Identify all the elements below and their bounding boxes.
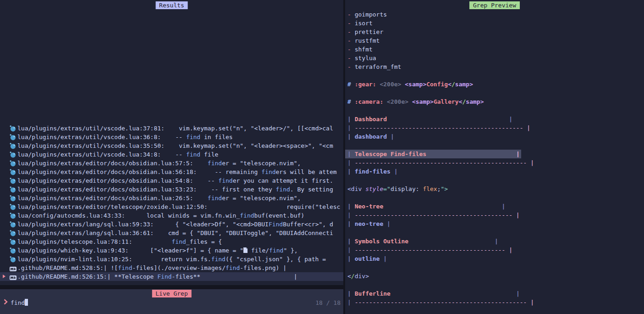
preview-line: | --------------------------------------… <box>345 246 644 254</box>
preview-line <box>345 89 644 97</box>
preview-line: - terraform_fmt <box>345 62 644 71</box>
result-row[interactable]: lua/plugins/extras/util/vscode.lua:36:8:… <box>0 133 343 141</box>
lua-icon <box>10 239 17 245</box>
result-file-path: lua/plugins/extras/util/vscode.lua:36:8: <box>17 134 161 140</box>
preview-line: # :gear: <200e> <samp>Config</samp> <box>345 80 644 89</box>
preview-line <box>345 106 644 115</box>
preview-line: </div> <box>345 272 644 280</box>
preview-title-badge: Grep Preview <box>469 1 520 9</box>
result-row[interactable]: lua/plugins/extras/lang/sql.lua:36:61: c… <box>0 229 343 237</box>
lua-icon <box>10 125 17 132</box>
result-file-path: lua/plugins/extras/editor/docs/obsidian.… <box>17 186 197 193</box>
preview-line <box>345 280 644 289</box>
results-window: Results lua/plugins/extras/util/vscode.l… <box>0 0 343 285</box>
preview-line: | outline | <box>345 254 644 263</box>
preview-line: - isort <box>345 19 644 28</box>
prompt-chevron-icon <box>4 298 8 307</box>
preview-line: - goimports <box>345 10 644 19</box>
preview-line: - stylua <box>345 54 644 62</box>
lua-icon <box>10 134 17 140</box>
preview-line: | --------------------------------------… <box>345 298 644 307</box>
result-file-path: lua/plugins/extras/editor/telescope/zoxi… <box>17 203 208 210</box>
preview-line <box>345 193 644 202</box>
results-list: lua/plugins/extras/util/vscode.lua:37:81… <box>0 124 343 281</box>
result-row[interactable]: lua/plugins/which-key.lua:9:43: ["<leade… <box>0 246 343 255</box>
preview-line: - rustfmt <box>345 36 644 45</box>
live-grep-title-badge: Live Grep <box>152 290 191 297</box>
result-file-path: lua/plugins/which-key.lua:9:43: <box>17 247 129 254</box>
preview-line <box>345 141 644 150</box>
result-row[interactable]: lua/plugins/telescope.lua:78:11: find_fi… <box>0 237 343 246</box>
result-row-selected[interactable]: .github/README.md:526:15:| **Telescope F… <box>0 272 343 281</box>
result-file-path: lua/config/autocmds.lua:43:33: <box>17 212 125 219</box>
result-row[interactable]: .github/README.md:528:5:| ![find-files](… <box>0 264 343 272</box>
result-row[interactable]: lua/plugins/extras/editor/docs/obsidian.… <box>0 194 343 202</box>
result-row[interactable]: lua/plugins/extras/lang/sql.lua:59:33: {… <box>0 220 343 229</box>
search-input[interactable]: find <box>4 298 307 307</box>
result-file-path: lua/plugins/extras/editor/docs/obsidian.… <box>17 177 193 184</box>
result-row[interactable]: lua/plugins/extras/util/vscode.lua:37:81… <box>0 124 343 133</box>
preview-line: | --------------------------------------… <box>345 158 644 167</box>
result-file-path: lua/plugins/extras/editor/docs/obsidian.… <box>17 160 193 167</box>
result-file-path: lua/plugins/extras/util/vscode.lua:35:50… <box>17 142 165 149</box>
lua-icon <box>10 230 17 236</box>
lua-icon <box>10 213 17 219</box>
file-icon <box>243 247 248 254</box>
result-row[interactable]: lua/plugins/extras/editor/docs/obsidian.… <box>0 176 343 185</box>
lua-icon <box>10 178 17 184</box>
result-file-path: lua/plugins/extras/util/vscode.lua:37:81… <box>17 125 165 132</box>
result-row[interactable]: lua/plugins/extras/util/vscode.lua:34:8:… <box>0 150 343 159</box>
search-query-text: find <box>11 299 25 306</box>
markdown-icon <box>10 274 17 280</box>
results-counter: 18 / 18 <box>315 298 341 307</box>
preview-line: | --------------------------------------… <box>345 123 644 132</box>
lua-icon <box>10 256 17 263</box>
preview-line: | Neo-tree | <box>345 202 644 211</box>
result-file-path: .github/README.md:528:5: <box>17 264 104 271</box>
preview-line: | find-files | <box>345 167 644 176</box>
result-file-path: lua/plugins/extras/editor/docs/obsidian.… <box>17 168 197 175</box>
result-row[interactable]: lua/plugins/extras/editor/docs/obsidian.… <box>0 185 343 194</box>
preview-line: | dashboard | <box>345 132 644 141</box>
result-row[interactable]: lua/config/autocmds.lua:43:33: local win… <box>0 211 343 220</box>
preview-line: | Bufferline | <box>345 289 644 298</box>
preview-line: | --------------------------------------… <box>345 211 644 219</box>
results-title-badge: Results <box>155 1 188 9</box>
lua-icon <box>10 221 17 228</box>
lua-icon <box>10 160 17 167</box>
preview-line: - prettier <box>345 28 644 36</box>
result-file-path: .github/README.md:526:15: <box>17 273 107 280</box>
grep-preview-window: Grep Preview - goimports- isort- prettie… <box>345 0 644 314</box>
preview-line <box>345 263 644 272</box>
lua-icon <box>10 247 17 254</box>
preview-line-highlighted: | Telescope Find-files | <box>345 150 644 158</box>
text-cursor <box>25 299 28 306</box>
lua-icon <box>10 169 17 175</box>
result-file-path: lua/plugins/nvim-lint.lua:10:25: <box>17 256 132 263</box>
preview-line <box>345 228 644 237</box>
preview-line: | Dashboard | <box>345 115 644 123</box>
result-row[interactable]: lua/plugins/extras/editor/docs/obsidian.… <box>0 168 343 176</box>
lua-icon <box>10 143 17 149</box>
preview-line <box>345 176 644 185</box>
result-file-path: lua/plugins/extras/util/vscode.lua:34:8: <box>17 151 161 158</box>
selection-caret-icon <box>3 275 6 278</box>
result-row[interactable]: lua/plugins/extras/editor/docs/obsidian.… <box>0 159 343 168</box>
lua-icon <box>10 204 17 210</box>
lua-icon <box>10 195 17 202</box>
lua-icon <box>10 151 17 158</box>
preview-line <box>345 71 644 80</box>
preview-line: # :camera: <200e> <samp>Gallery</samp> <box>345 97 644 106</box>
result-file-path: lua/plugins/extras/lang/sql.lua:59:33: <box>17 221 154 228</box>
preview-line: <div style="display: flex;"> <box>345 185 644 193</box>
result-file-path: lua/plugins/extras/editor/docs/obsidian.… <box>17 195 193 202</box>
result-row[interactable]: lua/plugins/extras/util/vscode.lua:35:50… <box>0 141 343 150</box>
lua-icon <box>10 186 17 193</box>
preview-line: | Symbols Outline | <box>345 237 644 246</box>
result-row[interactable]: lua/plugins/nvim-lint.lua:10:25: return … <box>0 255 343 264</box>
preview-content: - goimports- isort- prettier- rustfmt- s… <box>345 10 644 307</box>
result-row[interactable]: lua/plugins/extras/editor/telescope/zoxi… <box>0 202 343 211</box>
preview-line: - shfmt <box>345 45 644 54</box>
preview-line: | neo-tree | <box>345 219 644 228</box>
result-file-path: lua/plugins/telescope.lua:78:11: <box>17 238 132 245</box>
